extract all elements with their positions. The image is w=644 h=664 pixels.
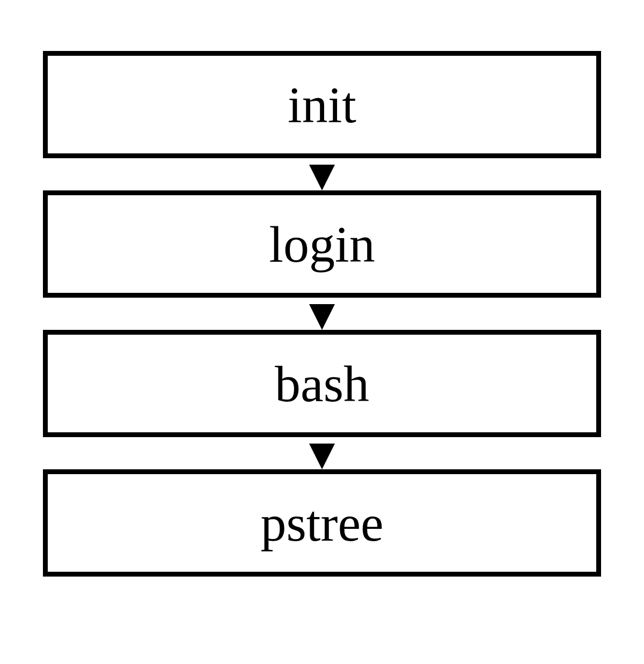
- process-node-bash: bash: [43, 330, 601, 437]
- process-node-login: login: [43, 190, 601, 298]
- process-label: bash: [275, 354, 369, 414]
- process-node-pstree: pstree: [43, 469, 601, 577]
- process-label: pstree: [260, 493, 383, 553]
- process-label: login: [269, 215, 375, 274]
- process-node-init: init: [43, 51, 601, 158]
- arrow-down-icon: [309, 304, 335, 330]
- arrow-connector: [0, 158, 644, 190]
- arrow-down-icon: [309, 444, 335, 469]
- process-label: init: [288, 75, 356, 135]
- arrow-connector: [0, 437, 644, 469]
- arrow-down-icon: [309, 165, 335, 190]
- arrow-connector: [0, 298, 644, 330]
